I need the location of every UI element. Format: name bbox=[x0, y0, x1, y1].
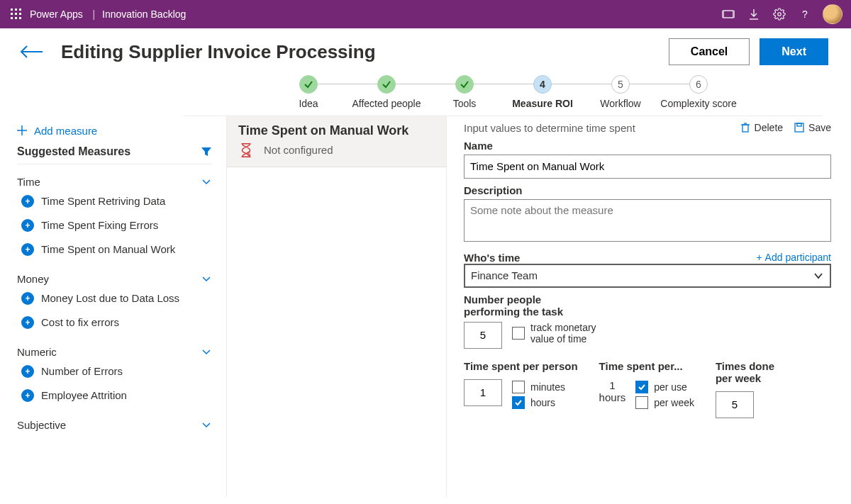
category-money[interactable]: Money bbox=[17, 271, 212, 286]
category-label: Subjective bbox=[17, 419, 66, 431]
cancel-button[interactable]: Cancel bbox=[669, 38, 750, 65]
step-label: Measure ROI bbox=[504, 98, 582, 110]
measure-item[interactable]: +Number of Errors bbox=[17, 359, 212, 383]
measure-item[interactable]: +Time Spent Fixing Errors bbox=[17, 213, 212, 237]
add-measure-label: Add measure bbox=[34, 125, 97, 137]
add-icon: + bbox=[21, 243, 34, 256]
whos-time-select[interactable]: Finance Team bbox=[464, 264, 831, 288]
times-done-input[interactable] bbox=[716, 391, 754, 418]
category-numeric[interactable]: Numeric bbox=[17, 345, 212, 359]
track-monetary-label: track monetary value of time bbox=[530, 322, 608, 345]
filter-icon[interactable] bbox=[201, 146, 212, 157]
step-complexity[interactable]: 6 bbox=[689, 75, 708, 94]
category-label: Money bbox=[17, 273, 49, 285]
time-per-label: Time spent per... bbox=[599, 360, 694, 372]
measure-item[interactable]: +Money Lost due to Data Loss bbox=[17, 286, 212, 310]
category-time[interactable]: Time bbox=[17, 174, 212, 189]
avatar[interactable] bbox=[823, 4, 842, 24]
select-value: Finance Team bbox=[471, 269, 538, 281]
per-week-checkbox[interactable] bbox=[635, 396, 648, 409]
measure-item[interactable]: +Time Spent Retriving Data bbox=[17, 189, 212, 213]
step-tools[interactable] bbox=[455, 75, 474, 94]
per-use-checkbox[interactable] bbox=[635, 381, 648, 393]
chevron-down-icon bbox=[201, 419, 212, 430]
description-label: Description bbox=[464, 184, 831, 196]
svg-rect-7 bbox=[15, 17, 17, 19]
minutes-label: minutes bbox=[530, 381, 565, 393]
form-hint: Input values to determine time spent bbox=[464, 122, 729, 134]
waffle-icon[interactable] bbox=[9, 6, 24, 22]
hours-checkbox[interactable] bbox=[512, 396, 525, 409]
chevron-down-icon bbox=[813, 270, 824, 281]
hourglass-dollar-icon: $ bbox=[238, 142, 254, 158]
svg-rect-24 bbox=[795, 123, 803, 132]
delete-button[interactable]: Delete bbox=[740, 122, 783, 133]
progress-stepper: Idea Affected people Tools 4Measure ROI … bbox=[184, 72, 823, 116]
measure-label: Time Spent Fixing Errors bbox=[41, 219, 158, 231]
plus-icon: + bbox=[756, 252, 762, 263]
time-per-person-input[interactable] bbox=[464, 379, 502, 406]
svg-rect-21 bbox=[742, 125, 748, 132]
step-measure-roi[interactable]: 4 bbox=[533, 75, 552, 94]
add-icon: + bbox=[21, 292, 34, 305]
step-label: Tools bbox=[425, 98, 504, 110]
name-label: Name bbox=[464, 140, 831, 152]
add-icon: + bbox=[21, 389, 34, 402]
add-icon: + bbox=[21, 316, 34, 329]
chevron-down-icon bbox=[201, 273, 212, 284]
product-name: Power Apps bbox=[30, 9, 83, 20]
measure-label: Time Spent on Manual Work bbox=[41, 243, 175, 255]
svg-rect-4 bbox=[15, 13, 17, 15]
svg-text:?: ? bbox=[802, 9, 808, 20]
time-per-value: 1hours bbox=[599, 379, 626, 403]
back-arrow-icon[interactable] bbox=[20, 45, 44, 59]
measure-card[interactable]: Time Spent on Manual Work $ Not configur… bbox=[227, 116, 446, 167]
save-icon bbox=[794, 123, 804, 133]
help-icon[interactable]: ? bbox=[797, 6, 813, 22]
plus-icon bbox=[17, 125, 27, 135]
add-measure-button[interactable]: Add measure bbox=[17, 122, 212, 144]
svg-rect-9 bbox=[723, 11, 733, 18]
gear-icon[interactable] bbox=[772, 6, 787, 22]
measure-item[interactable]: +Cost to fix errors bbox=[17, 310, 212, 335]
add-icon: + bbox=[21, 365, 34, 378]
page-title: Editing Supplier Invoice Processing bbox=[61, 41, 655, 63]
svg-rect-3 bbox=[11, 13, 13, 15]
step-label: Workflow bbox=[582, 98, 660, 110]
svg-point-14 bbox=[778, 13, 782, 16]
save-button[interactable]: Save bbox=[794, 122, 831, 133]
svg-rect-2 bbox=[19, 9, 21, 11]
step-idea[interactable] bbox=[299, 75, 318, 94]
step-workflow[interactable]: 5 bbox=[611, 75, 630, 94]
minutes-checkbox[interactable] bbox=[512, 381, 525, 393]
times-done-label: Times done per week bbox=[716, 360, 786, 384]
category-subjective[interactable]: Subjective bbox=[17, 418, 212, 432]
name-input[interactable] bbox=[464, 155, 831, 179]
fit-icon[interactable] bbox=[721, 6, 736, 22]
measure-label: Cost to fix errors bbox=[41, 316, 119, 328]
measure-card-status: Not configured bbox=[264, 144, 333, 156]
track-monetary-checkbox[interactable] bbox=[512, 327, 525, 340]
measure-label: Employee Attrition bbox=[41, 389, 127, 401]
description-input[interactable] bbox=[464, 199, 831, 242]
measure-label: Number of Errors bbox=[41, 365, 123, 377]
measure-item[interactable]: +Employee Attrition bbox=[17, 383, 212, 408]
step-label: Idea bbox=[269, 98, 347, 110]
measure-item[interactable]: +Time Spent on Manual Work bbox=[17, 237, 212, 262]
step-label: Affected people bbox=[347, 98, 425, 110]
next-button[interactable]: Next bbox=[760, 38, 828, 65]
add-icon: + bbox=[21, 219, 34, 232]
measure-card-title: Time Spent on Manual Work bbox=[238, 123, 435, 138]
whos-time-label: Who's time bbox=[464, 252, 520, 264]
add-participant-button[interactable]: +Add participant bbox=[756, 252, 831, 263]
chevron-down-icon bbox=[201, 346, 212, 357]
step-affected-people[interactable] bbox=[377, 75, 396, 94]
svg-rect-5 bbox=[19, 13, 21, 15]
add-icon: + bbox=[21, 195, 34, 208]
step-label: Complexity score bbox=[660, 98, 738, 110]
num-people-input[interactable] bbox=[464, 322, 502, 349]
measure-label: Time Spent Retriving Data bbox=[41, 195, 165, 207]
download-icon[interactable] bbox=[746, 6, 762, 22]
trash-icon bbox=[740, 123, 750, 133]
delete-label: Delete bbox=[755, 122, 783, 133]
